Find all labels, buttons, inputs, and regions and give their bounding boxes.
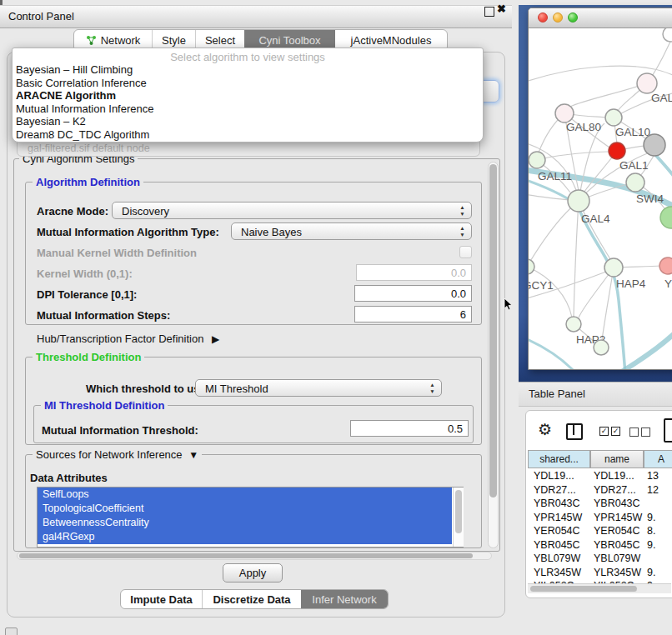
table-hscrollbar[interactable] [528,583,671,593]
table-cell: 12 [647,484,659,496]
app-screen: Control Panel ✖ Network Style Select Cyn… [0,0,672,635]
tab-discretize-data[interactable]: Discretize Data [202,590,301,608]
algorithm-option[interactable]: ARACNE Algorithm [13,89,483,102]
table-cell: YPR145W [534,512,582,523]
popup-placeholder: Select algorithm to view settings [13,51,483,63]
table-cell: 9. [647,567,655,578]
table-cell: YPR145W [594,512,642,523]
algorithm-dropdown-popup: Select algorithm to view settings Bayesi… [12,48,484,142]
tab-label: Discretize Data [213,593,290,606]
table-cell: 9. [647,512,655,523]
tab-impute-data[interactable]: Impute Data [121,590,202,608]
algorithm-list: Bayesian – Hill ClimbingBasic Correlatio… [13,63,483,141]
algorithm-option[interactable]: Basic Correlation Inference [13,77,483,90]
table-cell: YDL19... [594,470,634,482]
table-cell: 9. [647,539,655,551]
bottom-tabbar: Impute Data Discretize Data Infer Networ… [120,589,389,609]
tab-infer-network[interactable]: Infer Network [301,590,388,608]
mouse-cursor [504,298,514,312]
algorithm-option[interactable]: Bayesian – K2 [13,115,483,128]
table-cell: YDR27... [594,484,636,496]
table-cell: 13 [647,470,659,482]
algorithm-option[interactable]: Bayesian – Hill Climbing [13,63,483,77]
table-cell: YBL079W [534,552,580,564]
table-cell: YBL079W [594,552,640,564]
tab-label: Impute Data [130,593,192,606]
table-cell: YBR043C [534,498,580,509]
table-cell: YDL19... [534,470,574,482]
table-cell: YLR345W [594,567,641,578]
collapsed-panel-icon[interactable] [5,628,18,635]
table-cell: YER054C [594,525,640,537]
algorithm-option[interactable]: Mutual Information Inference [13,102,483,116]
table-cell: YBR043C [594,498,640,509]
table-cell: YDR27... [534,484,576,496]
table-cell: YBR045C [594,539,640,551]
table-cell: 8. [647,525,655,537]
table-cell: YBR045C [534,539,580,551]
tab-label: Infer Network [312,593,376,606]
table-hscrollbar-thumb[interactable] [530,586,637,592]
table-cell: YLR345W [534,567,581,578]
algorithm-option[interactable]: Dream8 DC_TDC Algorithm [13,128,483,142]
table-cell: YER054C [534,525,580,537]
